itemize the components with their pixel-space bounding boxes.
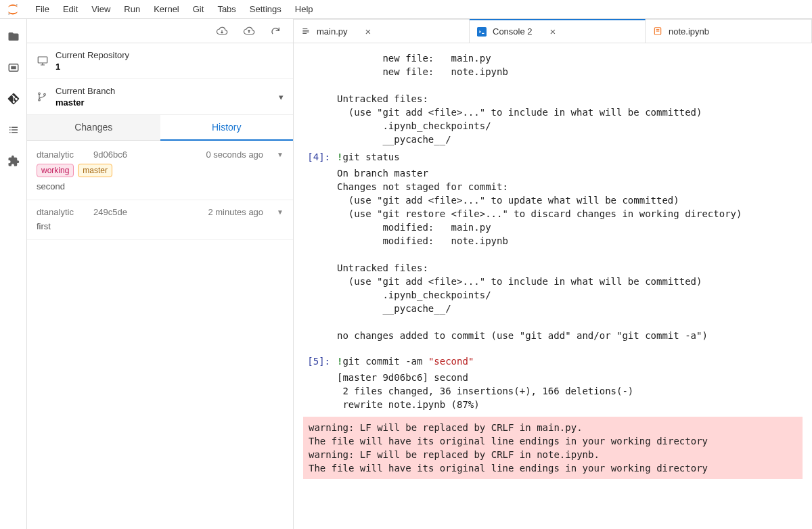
menu-kernel[interactable]: Kernel <box>147 1 186 17</box>
branch-label: Current Branch <box>55 86 272 96</box>
console-icon <box>476 26 487 37</box>
tab-console-2[interactable]: Console 2 × <box>470 19 646 43</box>
menu-tabs[interactable]: Tabs <box>210 1 242 17</box>
svg-point-0 <box>16 4 18 5</box>
console-output[interactable]: new file: main.py new file: note.ipynb U… <box>294 43 812 529</box>
git-sidebar: Current Repository 1 Current Branch mast… <box>27 19 294 529</box>
badge-master: master <box>78 164 112 177</box>
jupyter-logo <box>5 2 20 17</box>
current-branch[interactable]: Current Branch master ▾ <box>27 79 293 115</box>
menubar: File Edit View Run Kernel Git Tabs Setti… <box>0 0 812 19</box>
svg-point-5 <box>39 93 41 95</box>
menu-edit[interactable]: Edit <box>56 1 85 17</box>
tab-note-ipynb[interactable]: note.ipynb <box>646 19 812 43</box>
commit-item[interactable]: dtanalytic 249c5de 2 minutes ago ▼ first <box>27 200 293 240</box>
repo-label: Current Repository <box>55 50 284 60</box>
svg-point-7 <box>44 93 46 95</box>
tab-label: note.ipynb <box>669 26 709 37</box>
menu-settings[interactable]: Settings <box>243 1 288 17</box>
svg-point-6 <box>39 99 41 101</box>
warning-block: warning: LF will be replaced by CRLF in … <box>303 417 803 479</box>
main-content: main.py × Console 2 × note.ipynb new fil… <box>294 19 812 529</box>
running-icon[interactable] <box>4 58 23 77</box>
git-toolbar <box>27 19 293 43</box>
menu-file[interactable]: File <box>28 1 56 17</box>
chevron-down-icon[interactable]: ▼ <box>277 208 284 216</box>
commit-author: dtanalytic <box>37 207 84 217</box>
tab-history[interactable]: History <box>160 115 294 141</box>
badge-working: working <box>37 164 74 177</box>
commit-author: dtanalytic <box>37 150 84 160</box>
commit-when: 2 minutes ago <box>208 207 263 217</box>
cell-command: git status <box>342 152 399 162</box>
menu-run[interactable]: Run <box>117 1 147 17</box>
tab-label: main.py <box>317 26 348 37</box>
branch-icon <box>37 91 49 102</box>
close-icon[interactable]: × <box>365 26 371 37</box>
tab-main-py[interactable]: main.py × <box>294 19 470 43</box>
cell-command: git commit -am <box>342 356 428 367</box>
svg-rect-8 <box>477 27 487 37</box>
chevron-down-icon: ▾ <box>279 92 284 102</box>
commit-message: second <box>37 181 284 191</box>
file-icon <box>300 26 311 37</box>
menu-help[interactable]: Help <box>288 1 320 17</box>
chevron-down-icon[interactable]: ▼ <box>277 151 284 158</box>
tab-label: Console 2 <box>493 26 533 37</box>
repo-value: 1 <box>55 62 284 72</box>
cell-command-string: "second" <box>428 356 474 367</box>
commit-sha: 9d06bc6 <box>93 150 134 160</box>
console-cell: [4]: !git status <box>303 150 803 164</box>
commit-list: dtanalytic 9d06bc6 0 seconds ago ▼ worki… <box>27 143 293 529</box>
svg-rect-4 <box>38 57 47 63</box>
document-tabs: main.py × Console 2 × note.ipynb <box>294 19 812 43</box>
commit-message: first <box>37 221 284 231</box>
menu-git[interactable]: Git <box>186 1 211 17</box>
branch-value: master <box>55 97 272 108</box>
cloud-push-icon[interactable] <box>243 25 255 37</box>
output-block: new file: main.py new file: note.ipynb U… <box>303 51 803 146</box>
cloud-pull-icon[interactable] <box>216 25 228 37</box>
monitor-icon <box>37 55 49 67</box>
activity-bar <box>0 19 27 529</box>
extensions-icon[interactable] <box>4 152 23 170</box>
output-block: On branch master Changes not staged for … <box>303 166 803 342</box>
commit-sha: 249c5de <box>93 207 134 217</box>
console-cell: [5]: !git commit -am "second" <box>303 354 803 368</box>
tab-changes[interactable]: Changes <box>27 115 160 141</box>
cell-prompt: [5]: <box>303 354 337 368</box>
refresh-icon[interactable] <box>270 26 281 37</box>
svg-rect-11 <box>656 30 660 31</box>
git-icon[interactable] <box>4 89 23 108</box>
notebook-icon <box>652 26 663 37</box>
git-view-tabs: Changes History <box>27 115 293 143</box>
svg-point-1 <box>8 13 9 14</box>
current-repository[interactable]: Current Repository 1 <box>27 43 293 79</box>
commit-item[interactable]: dtanalytic 9d06bc6 0 seconds ago ▼ worki… <box>27 143 293 200</box>
commit-when: 0 seconds ago <box>206 150 264 160</box>
close-icon[interactable]: × <box>550 26 556 37</box>
svg-rect-10 <box>656 29 660 30</box>
folder-icon[interactable] <box>4 27 23 46</box>
toc-icon[interactable] <box>4 120 23 139</box>
svg-rect-3 <box>11 66 16 70</box>
output-block: [master 9d06bc6] second 2 files changed,… <box>303 371 803 411</box>
menu-view[interactable]: View <box>85 1 117 17</box>
cell-prompt: [4]: <box>303 150 337 164</box>
